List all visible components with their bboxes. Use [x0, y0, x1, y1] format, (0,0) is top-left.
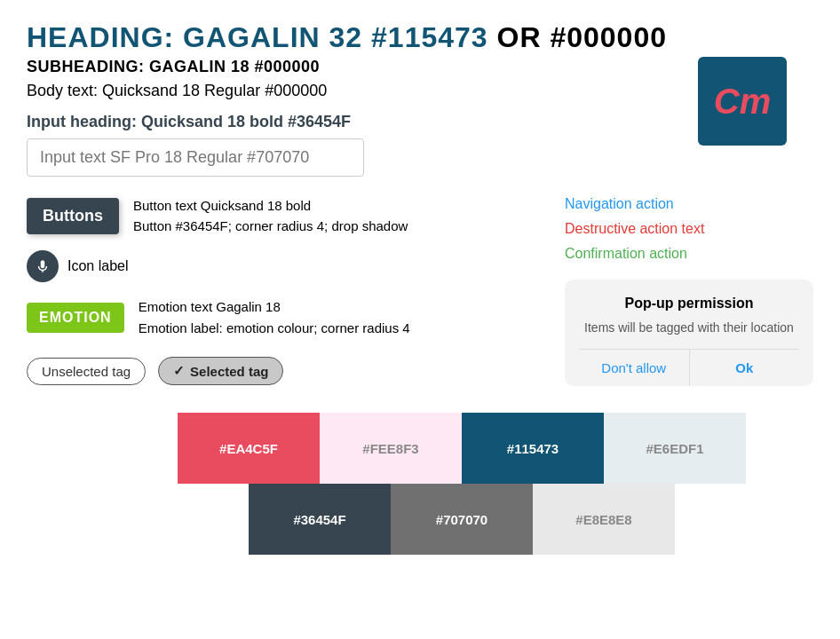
icon-label-text: Icon label [67, 258, 129, 274]
swatch-e8e8e8: #E8E8E8 [533, 484, 675, 555]
popup-permission-box: Pop-up permission Items will be tagged w… [565, 280, 813, 386]
popup-actions: Don't allow Ok [579, 349, 799, 386]
unselected-tag[interactable]: Unselected tag [27, 358, 146, 385]
emotion-description: Emotion text Gagalin 18 Emotion label: e… [139, 296, 410, 339]
confirmation-action[interactable]: Confirmation action [565, 246, 813, 262]
logo-text: Cm [714, 82, 771, 122]
emotion-row: EMOTION Emotion text Gagalin 18 Emotion … [27, 296, 529, 339]
body-text: Body text: Quicksand 18 Regular #000000 [27, 82, 813, 100]
emotion-badge: EMOTION [27, 303, 124, 333]
right-column: Navigation action Destructive action tex… [565, 196, 813, 386]
heading-or: OR [488, 21, 551, 53]
left-column: Buttons Button text Quicksand 18 bold Bu… [27, 196, 529, 385]
nav-action[interactable]: Navigation action [565, 196, 813, 212]
heading-black: #000000 [550, 21, 667, 53]
popup-ok-button[interactable]: Ok [690, 350, 800, 386]
button-desc-line1: Button text Quicksand 18 bold [133, 196, 408, 217]
swatch-36454f: #36454F [249, 484, 391, 555]
swatch-ea4c5f: #EA4C5F [178, 413, 320, 484]
heading-hash: #115473 [371, 21, 488, 53]
checkmark-icon: ✓ [173, 363, 185, 379]
input-field[interactable] [27, 138, 364, 177]
swatches-row-2: #36454F #707070 #E8E8E8 [249, 484, 840, 555]
popup-body-text: Items will be tagged with their location [579, 320, 799, 335]
swatch-707070: #707070 [391, 484, 533, 555]
main-button[interactable]: Buttons [27, 198, 119, 234]
selected-tag-label: Selected tag [190, 364, 268, 379]
selected-tag[interactable]: ✓ Selected tag [158, 357, 283, 385]
swatch-fee8f3: #FEE8F3 [320, 413, 462, 484]
swatch-115473: #115473 [462, 413, 604, 484]
popup-title: Pop-up permission [579, 296, 799, 312]
tags-row: Unselected tag ✓ Selected tag [27, 357, 529, 385]
mic-icon-container [27, 250, 59, 282]
destructive-action[interactable]: Destructive action text [565, 221, 813, 237]
swatch-e6edf1: #E6EDF1 [604, 413, 746, 484]
emotion-desc-line2: Emotion label: emotion colour; corner ra… [139, 318, 410, 339]
input-heading-label: Input heading: Quicksand 18 bold #36454F [27, 113, 813, 131]
button-description: Button text Quicksand 18 bold Button #36… [133, 196, 408, 236]
subheading: SUBHEADING: GAGALIN 18 #000000 [27, 58, 813, 76]
main-heading: HEADING: GAGALIN 32 #115473 OR #000000 [27, 21, 813, 54]
icon-label-row: Icon label [27, 250, 529, 282]
button-desc-line2: Button #36454F; corner radius 4; drop sh… [133, 217, 408, 237]
swatches-row-1: #EA4C5F #FEE8F3 #115473 #E6EDF1 [178, 413, 840, 484]
logo-box: Cm [698, 57, 787, 146]
mic-icon [35, 258, 51, 274]
heading-part1: HEADING: GAGALIN 32 [27, 21, 371, 53]
swatches-section: #EA4C5F #FEE8F3 #115473 #E6EDF1 #36454F … [178, 413, 840, 555]
popup-dont-allow-button[interactable]: Don't allow [579, 350, 690, 386]
buttons-row: Buttons Button text Quicksand 18 bold Bu… [27, 196, 529, 236]
emotion-desc-line1: Emotion text Gagalin 18 [139, 296, 410, 318]
